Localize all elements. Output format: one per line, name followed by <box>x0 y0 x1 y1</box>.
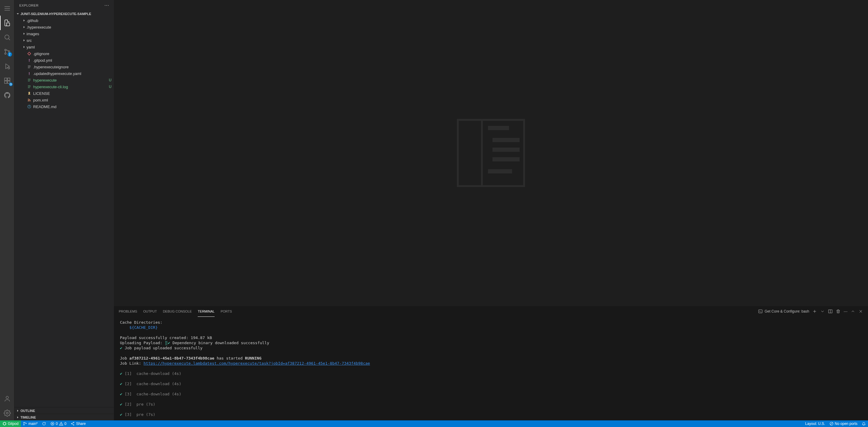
folder-item[interactable]: .github <box>14 17 114 24</box>
scm-badge: 2 <box>7 52 12 57</box>
file-label: pom.xml <box>33 98 112 102</box>
svg-point-54 <box>71 423 72 424</box>
sync-button[interactable] <box>40 420 48 427</box>
svg-line-57 <box>72 424 73 425</box>
error-icon <box>50 422 55 426</box>
tab-output[interactable]: OUTPUT <box>143 306 157 317</box>
timeline-header[interactable]: TIMELINE <box>14 414 114 420</box>
tab-ports[interactable]: PORTS <box>221 306 232 317</box>
no-ports-icon <box>830 422 834 426</box>
warning-icon <box>59 422 63 426</box>
svg-point-5 <box>4 50 6 51</box>
settings-button[interactable] <box>0 406 14 420</box>
svg-point-15 <box>6 396 8 399</box>
kill-terminal-button[interactable] <box>836 309 841 314</box>
folder-item[interactable]: yaml <box>14 44 114 50</box>
file-item[interactable]: !.gitpod.yml <box>14 57 114 64</box>
folder-label: .github <box>27 19 112 23</box>
file-tree: .github.hyperexecuteimagessrcyaml.gitign… <box>14 17 114 407</box>
debug-tab[interactable] <box>0 59 14 73</box>
file-label: .hyperexecuteignore <box>33 65 112 69</box>
file-label: .gitpod.yml <box>33 58 112 63</box>
svg-rect-10 <box>4 78 7 80</box>
maximize-panel-button[interactable] <box>850 309 855 314</box>
terminal-selector[interactable]: Get Core & Configure: bash <box>758 309 809 314</box>
file-icon: ! <box>27 58 32 63</box>
gitpod-button[interactable]: Gitpod <box>0 420 21 427</box>
explorer-sidebar: EXPLORER ⋯ JUNIT-SELENIUM-HYPEREXECUTE-S… <box>14 0 114 420</box>
terminal-dropdown-button[interactable] <box>820 309 825 314</box>
terminal-output[interactable]: Cache Directories: ${CACHE_DIR} Payload … <box>114 317 868 420</box>
svg-marker-8 <box>6 64 9 69</box>
svg-point-46 <box>24 424 24 425</box>
tab-terminal[interactable]: TERMINAL <box>198 306 215 317</box>
empty-editor-placeholder-icon <box>452 114 530 192</box>
svg-rect-13 <box>7 78 10 80</box>
scm-tab[interactable]: 2 <box>0 44 14 59</box>
svg-point-3 <box>5 35 9 39</box>
accounts-button[interactable] <box>0 391 14 406</box>
file-icon <box>27 85 32 89</box>
tab-problems[interactable]: PROBLEMS <box>119 306 137 317</box>
folder-label: images <box>27 32 112 36</box>
folder-item[interactable]: .hyperexecute <box>14 24 114 30</box>
share-button[interactable]: Share <box>68 420 88 427</box>
file-item[interactable]: .gitignore <box>14 50 114 57</box>
project-header[interactable]: JUNIT-SELENIUM-HYPEREXECUTE-SAMPLE <box>14 10 114 17</box>
keyboard-layout[interactable]: Layout: U.S. <box>803 420 827 427</box>
file-item[interactable]: hyperexecute-cli.logU <box>14 84 114 90</box>
folder-label: yaml <box>27 45 112 50</box>
project-name: JUNIT-SELENIUM-HYPEREXECUTE-SAMPLE <box>21 12 91 15</box>
svg-line-59 <box>830 423 833 425</box>
notifications-button[interactable] <box>860 420 868 427</box>
file-item[interactable]: pom.xml <box>14 97 114 103</box>
terminal-icon <box>758 309 763 314</box>
file-item[interactable]: hyperexecuteU <box>14 77 114 84</box>
problems-button[interactable]: 0 0 <box>48 420 68 427</box>
extensions-updating-icon <box>9 83 13 86</box>
editor-empty <box>114 0 868 306</box>
close-panel-button[interactable] <box>858 309 863 314</box>
file-item[interactable]: README.md <box>14 103 114 110</box>
outline-header[interactable]: OUTLINE <box>14 407 114 414</box>
svg-point-6 <box>4 53 6 55</box>
svg-line-56 <box>72 423 73 424</box>
file-label: hyperexecute-cli.log <box>33 85 107 89</box>
svg-point-45 <box>24 422 24 423</box>
tab-debug-console[interactable]: DEBUG CONSOLE <box>163 306 192 317</box>
svg-rect-36 <box>493 157 520 161</box>
ports-button[interactable]: No open ports <box>827 420 860 427</box>
file-label: hyperexecute <box>33 78 107 83</box>
explorer-more-button[interactable]: ⋯ <box>104 2 110 8</box>
file-item[interactable]: LICENSE <box>14 90 114 97</box>
explorer-tab[interactable] <box>0 15 14 30</box>
new-terminal-button[interactable] <box>812 309 817 314</box>
file-item[interactable]: .hyperexecuteignore <box>14 64 114 70</box>
svg-rect-33 <box>488 126 509 130</box>
svg-line-4 <box>8 39 10 40</box>
bottom-panel: PROBLEMS OUTPUT DEBUG CONSOLE TERMINAL P… <box>114 306 868 420</box>
panel-more-button[interactable]: ⋯ <box>844 309 847 314</box>
extensions-tab[interactable] <box>0 73 14 88</box>
svg-point-47 <box>26 423 27 424</box>
split-terminal-button[interactable] <box>828 309 833 314</box>
svg-rect-37 <box>488 169 512 173</box>
file-label: README.md <box>33 104 112 109</box>
svg-point-16 <box>6 412 8 414</box>
status-bar: Gitpod main* 0 0 Share Layout: U.S. No o… <box>0 420 868 427</box>
search-tab[interactable] <box>0 30 14 44</box>
file-label: .updatedhyperexecute.yaml <box>33 71 112 76</box>
git-branch-button[interactable]: main* <box>21 420 40 427</box>
menu-button[interactable] <box>0 1 14 15</box>
folder-label: .hyperexecute <box>27 25 112 30</box>
chevron-right-icon <box>22 45 27 49</box>
file-item[interactable]: !.updatedhyperexecute.yaml <box>14 70 114 77</box>
svg-point-9 <box>8 67 10 69</box>
folder-item[interactable]: images <box>14 30 114 37</box>
github-tab[interactable] <box>0 88 14 102</box>
svg-point-55 <box>73 425 74 425</box>
folder-label: src <box>27 38 112 43</box>
svg-point-52 <box>61 425 61 425</box>
svg-rect-31 <box>458 120 482 186</box>
folder-item[interactable]: src <box>14 37 114 44</box>
